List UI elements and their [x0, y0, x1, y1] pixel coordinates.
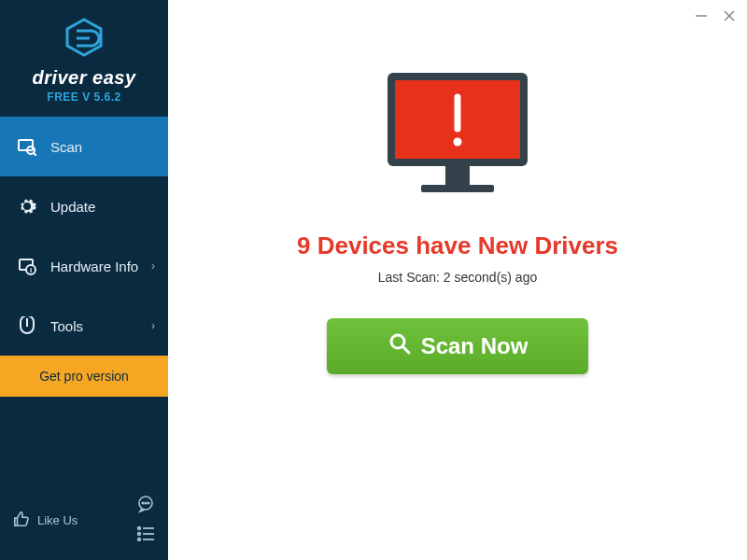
status-headline: 9 Devices have New Drivers: [297, 231, 618, 260]
logo-block: driver easy FREE V 5.6.2: [0, 0, 168, 117]
hardware-icon: i: [17, 257, 37, 275]
svg-point-27: [454, 138, 462, 147]
last-scan-text: Last Scan: 2 second(s) ago: [378, 270, 537, 285]
nav: Scan Update i Hardware: [0, 117, 168, 397]
svg-rect-24: [445, 166, 470, 185]
main-panel: 9 Devices have New Drivers Last Scan: 2 …: [168, 0, 747, 560]
footer-right: [136, 495, 155, 545]
sidebar-item-label: Hardware Info: [50, 259, 138, 274]
tools-icon: [17, 316, 37, 335]
content: 9 Devices have New Drivers Last Scan: 2 …: [297, 65, 618, 374]
like-label: Like Us: [37, 513, 78, 527]
sidebar: driver easy FREE V 5.6.2 Scan: [0, 0, 168, 560]
sidebar-footer: Like Us: [0, 495, 168, 560]
search-icon: [388, 331, 412, 361]
alert-monitor-illustration: [378, 65, 537, 209]
get-pro-button[interactable]: Get pro version: [0, 356, 168, 397]
svg-point-28: [391, 335, 404, 348]
scan-now-button[interactable]: Scan Now: [327, 318, 588, 374]
close-button[interactable]: [723, 9, 736, 26]
chevron-right-icon: ›: [151, 319, 155, 332]
svg-point-13: [138, 527, 141, 530]
sidebar-item-update[interactable]: Update: [0, 176, 168, 236]
sidebar-item-scan[interactable]: Scan: [0, 117, 168, 176]
thumbs-up-icon: [13, 511, 30, 530]
svg-text:i: i: [30, 266, 32, 274]
sidebar-item-tools[interactable]: Tools ›: [0, 296, 168, 356]
svg-line-4: [34, 153, 36, 156]
svg-point-17: [138, 539, 141, 541]
svg-point-12: [148, 502, 149, 504]
scan-button-label: Scan Now: [421, 333, 529, 359]
gear-icon: [17, 197, 37, 216]
spacer: [0, 397, 168, 495]
svg-rect-25: [421, 185, 494, 192]
sidebar-item-hardware[interactable]: i Hardware Info ›: [0, 236, 168, 296]
like-us-button[interactable]: Like Us: [13, 511, 78, 530]
svg-line-29: [403, 347, 409, 353]
pro-button-label: Get pro version: [39, 369, 129, 384]
scan-icon: [17, 137, 37, 156]
sidebar-item-label: Scan: [50, 139, 82, 155]
svg-point-15: [138, 533, 141, 536]
app-window: driver easy FREE V 5.6.2 Scan: [0, 0, 747, 560]
sidebar-item-label: Tools: [50, 318, 83, 334]
version-label: FREE V 5.6.2: [47, 91, 120, 104]
logo-icon: [63, 17, 105, 62]
minimize-button[interactable]: [695, 9, 708, 26]
svg-point-11: [145, 502, 147, 504]
svg-rect-2: [19, 140, 33, 150]
window-controls: [695, 9, 736, 26]
sidebar-item-label: Update: [50, 199, 95, 215]
menu-icon[interactable]: [136, 526, 155, 545]
svg-point-10: [142, 502, 144, 504]
feedback-icon[interactable]: [136, 495, 155, 517]
chevron-right-icon: ›: [151, 259, 155, 273]
logo-text: driver easy: [32, 67, 135, 89]
